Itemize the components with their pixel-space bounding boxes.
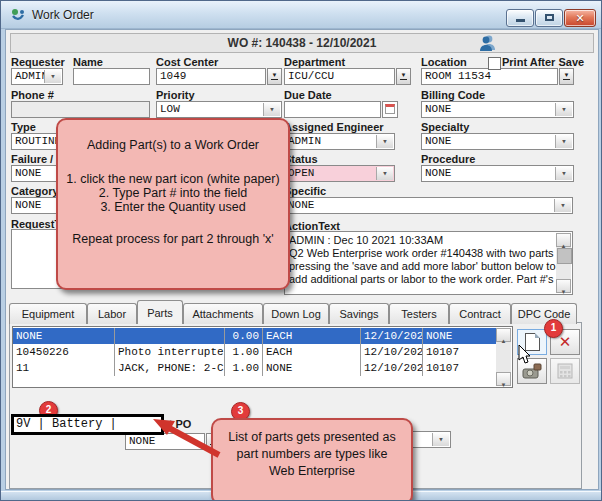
cost-center-dropdown-icon[interactable] — [267, 68, 282, 85]
specific-label: Specific — [284, 185, 326, 197]
cell-part: 10450226 — [13, 344, 115, 360]
location-dropdown-icon[interactable] — [559, 68, 574, 85]
minimize-button[interactable] — [506, 9, 534, 27]
category-value: NONE — [15, 199, 41, 211]
chevron-down-icon[interactable] — [376, 135, 393, 148]
specific-value: NONE — [288, 199, 314, 211]
chevron-down-icon[interactable] — [376, 167, 393, 180]
procedure-select[interactable]: NONE — [421, 165, 574, 182]
cell-qty: 1.00 — [225, 360, 263, 376]
wo-header: WO #: 140438 - 12/10/2021 — [10, 33, 594, 53]
procedure-value: NONE — [425, 167, 451, 179]
cell-unit: EACH — [263, 328, 361, 344]
red-x-icon — [559, 333, 572, 351]
annotation-arrow — [141, 409, 236, 469]
callout-step: 2. Type Part # into the field — [58, 186, 288, 200]
tab-parts[interactable]: Parts — [137, 300, 183, 324]
cell-desc: Photo interrupte — [115, 344, 225, 360]
action-text-area[interactable]: ADMIN : Dec 10 2021 10:33AM Q2 Web Enter… — [284, 231, 573, 295]
table-row[interactable]: 10450226 Photo interrupte 1.00 EACH 12/1… — [13, 344, 498, 360]
chevron-down-icon[interactable] — [555, 135, 572, 148]
chevron-down-icon[interactable] — [554, 199, 571, 212]
scrollbar-thumb[interactable] — [557, 248, 572, 264]
cell-date: 12/10/2021 — [361, 360, 423, 376]
cell-control: 10107 — [423, 344, 498, 360]
user-icon[interactable] — [478, 34, 496, 51]
specific-select[interactable]: NONE — [284, 197, 573, 214]
department-dropdown-icon[interactable] — [396, 68, 411, 85]
table-row[interactable]: NONE 0.00 EACH 12/10/2021 NONE — [13, 328, 498, 344]
cell-control: 10107 — [423, 360, 498, 376]
tab-dpc-code[interactable]: DPC Code — [511, 303, 577, 324]
type-label: Type — [11, 121, 36, 133]
tab-attachments[interactable]: Attachments — [183, 303, 263, 324]
print-after-save-label: Print After Save — [502, 56, 584, 68]
phone-label: Phone # — [11, 89, 54, 101]
chevron-down-icon[interactable] — [432, 433, 449, 446]
cell-control: NONE — [423, 328, 498, 344]
procedure-label: Procedure — [421, 153, 475, 165]
callout-footer: Repeat process for part 2 through 'x' — [58, 232, 288, 246]
location-field[interactable]: ROOM 11534 — [421, 68, 558, 85]
tab-equipment[interactable]: Equipment — [9, 303, 87, 324]
work-order-app-icon — [10, 7, 26, 23]
print-after-save-checkbox[interactable] — [488, 57, 501, 70]
priority-select[interactable]: LOW — [156, 101, 282, 118]
department-field[interactable]: ICU/CCU — [284, 68, 395, 85]
due-date-field[interactable] — [284, 101, 381, 118]
priority-value: LOW — [160, 103, 180, 115]
phone-field[interactable] — [11, 101, 150, 118]
close-button[interactable] — [564, 9, 596, 27]
billing-code-value: NONE — [425, 103, 451, 115]
category-label: Category — [11, 185, 59, 197]
cost-center-label: Cost Center — [156, 56, 218, 68]
assigned-engineer-select[interactable]: ADMIN — [284, 133, 395, 150]
tab-savings[interactable]: Savings — [329, 303, 389, 324]
callout-step: 1. click the new part icon (white paper) — [58, 172, 288, 186]
work-order-window: Work Order WO #: 140438 - 12/10/2021 Req… — [0, 0, 602, 501]
specialty-select[interactable]: NONE — [421, 133, 574, 150]
action-text-line: Q2 Web Enterprise work order #140438 wit… — [289, 247, 559, 260]
maximize-button[interactable] — [535, 9, 563, 27]
status-select[interactable]: OPEN — [284, 165, 395, 182]
cell-date: 12/10/2021 — [361, 328, 423, 344]
parts-grid[interactable]: NONE 0.00 EACH 12/10/2021 NONE 10450226 … — [12, 326, 513, 388]
name-label: Name — [73, 56, 103, 68]
tab-testers[interactable]: Testers — [389, 303, 449, 324]
step-badge-1: 1 — [544, 319, 563, 338]
calculator-button[interactable] — [550, 358, 580, 384]
cell-qty: 1.00 — [225, 344, 263, 360]
name-field[interactable] — [73, 68, 150, 85]
scroll-up-icon[interactable] — [556, 233, 571, 247]
billing-code-select[interactable]: NONE — [421, 101, 574, 118]
scroll-up-icon[interactable] — [496, 328, 511, 342]
action-text-scrollbar[interactable] — [556, 233, 571, 293]
table-row[interactable]: 11 JACK, PHONE: 2-C 1.00 NONE 12/10/2021… — [13, 360, 498, 376]
tab-down-log[interactable]: Down Log — [263, 303, 329, 324]
billing-code-label: Billing Code — [421, 89, 485, 101]
tab-labor[interactable]: Labor — [87, 303, 137, 324]
calendar-icon[interactable] — [382, 101, 398, 118]
requester-label: Requester — [11, 56, 65, 68]
chevron-down-icon[interactable] — [555, 103, 572, 116]
due-date-label: Due Date — [284, 89, 332, 101]
action-text-line: add additional parts or labor to the wor… — [289, 273, 559, 286]
scroll-down-icon[interactable] — [496, 372, 511, 386]
part-lookup-icon — [522, 363, 542, 379]
action-text-line: ADMIN : Dec 10 2021 10:33AM — [289, 234, 559, 247]
scroll-down-icon[interactable] — [556, 279, 571, 293]
annotation-callout-parts-list: List of parts gets presented as part num… — [211, 418, 413, 501]
requester-select[interactable]: ADMIN — [11, 68, 63, 85]
tab-contract[interactable]: Contract — [449, 303, 511, 324]
cell-unit: NONE — [263, 360, 361, 376]
action-text-line: pressing the 'save and add more labor' b… — [289, 260, 559, 273]
cost-center-field[interactable]: 1049 — [156, 68, 266, 85]
location-label: Location — [421, 56, 467, 68]
chevron-down-icon[interactable] — [555, 167, 572, 180]
callout-step: 3. Enter the Quantity used — [58, 200, 288, 214]
chevron-down-icon[interactable] — [44, 70, 61, 83]
chevron-down-icon[interactable] — [263, 103, 280, 116]
priority-label: Priority — [156, 89, 195, 101]
cell-part: NONE — [13, 328, 115, 344]
grid-scrollbar[interactable] — [496, 328, 511, 386]
